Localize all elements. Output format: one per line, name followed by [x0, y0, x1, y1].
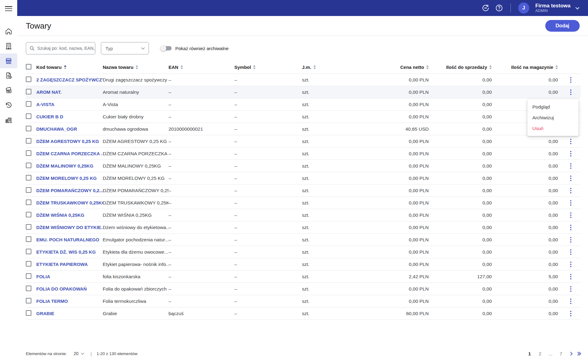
row-checkbox[interactable] [26, 89, 31, 94]
avatar[interactable]: J [518, 2, 529, 14]
product-code-link[interactable]: AROM NAT. [36, 89, 62, 95]
column-header-code[interactable]: Kod towaru [36, 65, 103, 70]
sidebar-item-documents[interactable] [0, 68, 17, 83]
context-menu-item-usu[interactable]: Usuń [527, 123, 578, 134]
cell-sale_qty: 0,00 [432, 163, 495, 169]
product-code-link[interactable]: CUKIER B D [36, 114, 63, 119]
product-code-link[interactable]: DŻEM CZARNA PORZECZKA ... [36, 151, 103, 156]
cell-code: AROM NAT. [36, 89, 103, 95]
row-menu-button[interactable] [568, 224, 573, 231]
row-checkbox[interactable] [26, 212, 31, 217]
cell-name: Dżem wiśniowy do etykietowa... [103, 225, 169, 230]
row-menu-button[interactable] [568, 162, 573, 170]
product-code-link[interactable]: DMUCHAWA_OGR [36, 126, 77, 132]
chevron-down-icon[interactable] [575, 6, 579, 10]
sidebar-item-history[interactable] [0, 98, 17, 113]
context-menu-item-archiwizuj[interactable]: Archiwizuj [527, 112, 578, 123]
product-code-link[interactable]: DŻEM AGRESTOWY 0,25 KG [36, 139, 99, 144]
column-header-price[interactable]: Cena netto [334, 65, 432, 70]
product-code-link[interactable]: FOLIA TERMO [36, 299, 68, 304]
sidebar-item-finances[interactable] [0, 83, 17, 98]
row-menu-button[interactable] [568, 310, 573, 318]
row-checkbox[interactable] [26, 261, 31, 267]
row-menu-button[interactable] [568, 76, 573, 84]
row-checkbox[interactable] [26, 224, 31, 230]
add-button[interactable]: Dodaj [545, 20, 580, 32]
column-header-stock_qty[interactable]: Ilość na magazynie [495, 65, 561, 70]
table-row: 2 ZAGĘSZCZACZ SPOŻYWCZYDrugi zagęszczacz… [26, 74, 581, 86]
search-input[interactable] [37, 46, 95, 51]
row-menu-button[interactable] [568, 174, 573, 182]
row-menu-button[interactable] [568, 273, 573, 281]
cell-unit: szt. [302, 89, 334, 95]
cell-sale_qty: 0,00 [432, 212, 495, 218]
product-code-link[interactable]: 2 ZAGĘSZCZACZ SPOŻYWCZY [36, 77, 103, 82]
hamburger-menu-icon[interactable] [5, 6, 12, 11]
sidebar-item-home[interactable] [0, 24, 17, 39]
row-menu-button[interactable] [568, 150, 573, 158]
product-code-link[interactable]: DŻEM WIŚNIA 0,25KG [36, 212, 84, 218]
row-checkbox[interactable] [26, 310, 31, 316]
cell-ean: – [169, 212, 234, 218]
product-code-link[interactable]: ETYKIETA PAPIEROWA [36, 262, 88, 267]
product-code-link[interactable]: A-VISTA [36, 102, 54, 107]
column-header-symbol[interactable]: Symbol [234, 65, 302, 70]
page-button-7[interactable]: 7 [557, 350, 565, 358]
row-checkbox[interactable] [26, 138, 31, 144]
next-page-icon[interactable] [569, 352, 572, 355]
product-code-link[interactable]: EMU. POCH NATURALNEGO [36, 237, 99, 242]
product-code-link[interactable]: FOLIA DO OPAKOWAŃ [36, 286, 87, 291]
row-menu-button[interactable] [568, 187, 573, 195]
row-menu-button[interactable] [568, 260, 573, 268]
last-page-icon[interactable] [576, 352, 581, 355]
product-code-link[interactable]: ETYKIETA DŻ. WIS 0,25 KG [36, 249, 96, 255]
row-checkbox[interactable] [26, 163, 31, 168]
row-checkbox[interactable] [26, 113, 31, 119]
row-checkbox[interactable] [26, 286, 31, 291]
cell-price: 0,00 PLN [334, 151, 432, 156]
product-code-link[interactable]: DŻEM MORELOWY 0,25 KG [36, 176, 97, 181]
product-code-link[interactable]: DŻEM TRUSKAWKOWY 0,25KG [36, 200, 103, 205]
row-checkbox[interactable] [26, 175, 31, 180]
column-header-name[interactable]: Nazwa towaru [103, 65, 169, 70]
row-menu-button[interactable] [568, 248, 573, 256]
product-code-link[interactable]: GRABIE [36, 311, 54, 316]
cell-stock_qty: 0,00 [495, 299, 561, 304]
logo-icon[interactable] [482, 4, 490, 12]
page-button-2[interactable]: 2 [536, 350, 544, 358]
row-checkbox[interactable] [26, 101, 31, 107]
per-page-select[interactable]: 20 [74, 351, 84, 356]
row-checkbox[interactable] [26, 200, 31, 205]
row-menu-button[interactable] [568, 211, 573, 219]
page-button-1[interactable]: 1 [526, 350, 534, 358]
product-code-link[interactable]: DŻEM WIŚNIOWY DO ETYKIE... [36, 225, 103, 230]
column-header-sale_qty[interactable]: Ilość do sprzedaży [432, 65, 495, 70]
row-checkbox[interactable] [26, 236, 31, 242]
row-checkbox[interactable] [26, 187, 31, 193]
product-code-link[interactable]: FOLIA [36, 274, 50, 279]
sidebar-item-branches[interactable] [0, 113, 17, 127]
row-menu-button[interactable] [568, 199, 573, 207]
row-checkbox[interactable] [26, 249, 31, 254]
row-menu-button[interactable] [568, 285, 573, 293]
column-header-ean[interactable]: EAN [169, 65, 234, 70]
row-checkbox[interactable] [26, 126, 31, 131]
help-icon[interactable] [495, 4, 503, 12]
type-select[interactable]: Typ [101, 42, 149, 54]
row-checkbox[interactable] [26, 150, 31, 156]
product-code-link[interactable]: DŻEM POMARAŃCZOWY 0,2... [36, 188, 103, 193]
row-checkbox[interactable] [26, 298, 31, 303]
sidebar-item-products[interactable] [0, 53, 17, 68]
row-checkbox[interactable] [26, 77, 31, 82]
row-menu-button[interactable] [568, 297, 573, 305]
sidebar-item-company[interactable] [0, 39, 17, 53]
context-menu-item-podgld[interactable]: Podgląd [527, 101, 578, 112]
archive-toggle[interactable] [161, 46, 172, 50]
row-menu-button[interactable] [568, 236, 573, 244]
row-checkbox[interactable] [26, 273, 31, 279]
row-menu-button[interactable] [568, 137, 573, 145]
row-menu-button[interactable] [568, 88, 573, 96]
select-all-checkbox[interactable] [26, 64, 31, 69]
product-code-link[interactable]: DŻEM MALINOWY 0,25KG [36, 163, 93, 168]
column-header-unit[interactable]: J.m. [302, 65, 334, 70]
